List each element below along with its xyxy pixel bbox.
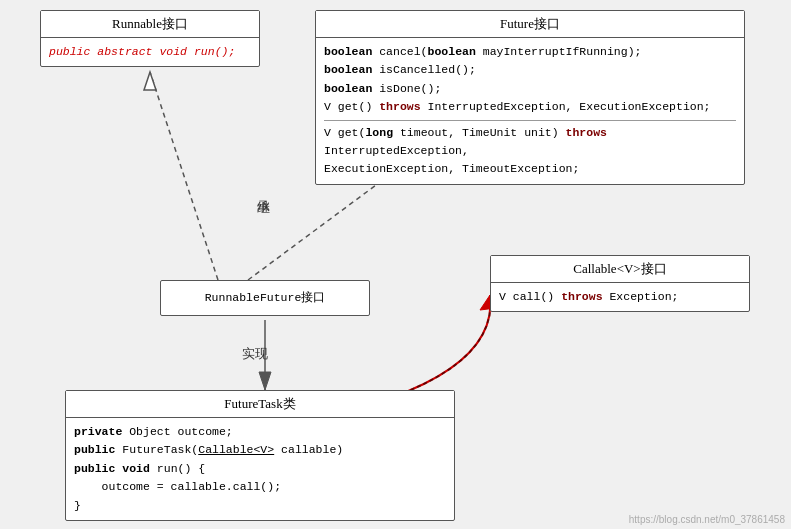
- future-line-6: ExecutionException, TimeoutException;: [324, 160, 736, 178]
- svg-marker-1: [144, 72, 156, 90]
- runnablefuture-label: RunnableFuture接口: [161, 281, 369, 315]
- callable-box: Callable<V>接口 V call() throws Exception;: [490, 255, 750, 312]
- callable-title: Callable<V>接口: [491, 256, 749, 283]
- futuretask-line-1: private Object outcome;: [74, 423, 446, 441]
- label-shixian: 实现: [242, 345, 268, 363]
- futuretask-body: private Object outcome; public FutureTas…: [66, 418, 454, 520]
- runnable-box: Runnable接口 public abstract void run();: [40, 10, 260, 67]
- svg-marker-5: [259, 372, 271, 390]
- future-body: boolean cancel(boolean mayInterruptIfRun…: [316, 38, 744, 184]
- runnable-title: Runnable接口: [41, 11, 259, 38]
- runnable-method: public abstract void run();: [49, 45, 235, 58]
- future-line-3: boolean isDone();: [324, 80, 736, 98]
- future-line-1: boolean cancel(boolean mayInterruptIfRun…: [324, 43, 736, 61]
- futuretask-line-2: public FutureTask(Callable<V> callable): [74, 441, 446, 459]
- futuretask-line-3: public void run() {: [74, 460, 446, 478]
- future-title: Future接口: [316, 11, 744, 38]
- watermark: https://blog.csdn.net/m0_37861458: [629, 514, 785, 525]
- callable-body: V call() throws Exception;: [491, 283, 749, 311]
- future-line-5: V get(long timeout, TimeUnit unit) throw…: [324, 124, 736, 161]
- runnable-body: public abstract void run();: [41, 38, 259, 66]
- future-line-2: boolean isCancelled();: [324, 61, 736, 79]
- futuretask-box: FutureTask类 private Object outcome; publ…: [65, 390, 455, 521]
- future-line-4: V get() throws InterruptedException, Exe…: [324, 98, 736, 116]
- futuretask-line-5: }: [74, 497, 446, 515]
- futuretask-title: FutureTask类: [66, 391, 454, 418]
- svg-line-0: [150, 72, 218, 280]
- diagram-container: Runnable接口 public abstract void run(); F…: [0, 0, 791, 529]
- futuretask-line-4: outcome = callable.call();: [74, 478, 446, 496]
- future-box: Future接口 boolean cancel(boolean mayInter…: [315, 10, 745, 185]
- runnablefuture-box: RunnableFuture接口: [160, 280, 370, 316]
- callable-throws: throws: [561, 290, 602, 303]
